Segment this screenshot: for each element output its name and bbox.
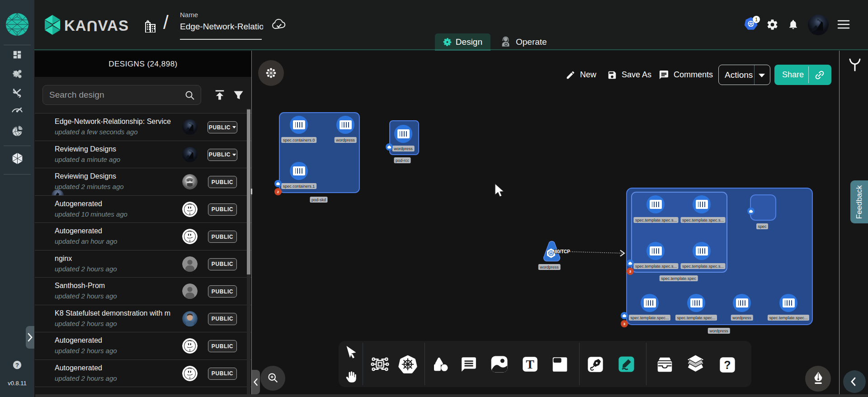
svg-text:?: ?: [724, 359, 731, 371]
svg-text:?: ?: [15, 362, 19, 369]
svg-text:1: 1: [755, 17, 758, 22]
svg-text:80/TCP: 80/TCP: [555, 249, 570, 254]
svg-text:T: T: [526, 357, 534, 371]
